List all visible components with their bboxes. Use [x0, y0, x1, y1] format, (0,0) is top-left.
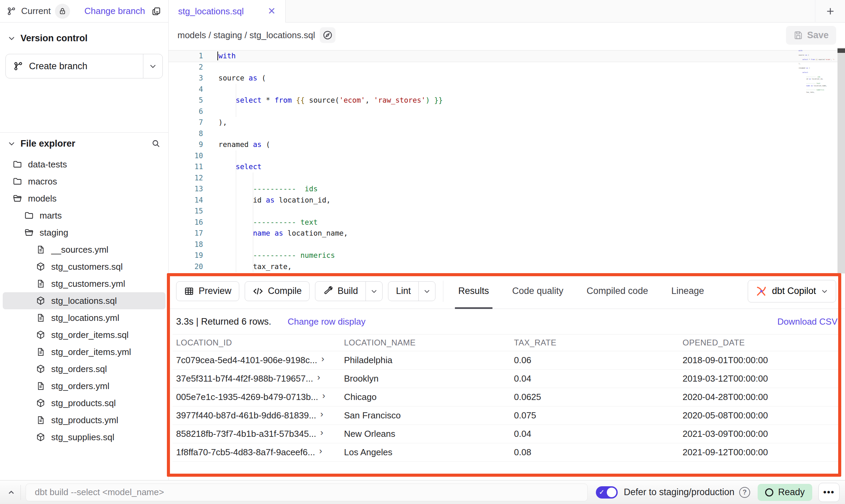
tab-code-quality[interactable]: Code quality — [509, 273, 567, 309]
tab-title: stg_locations.sql — [178, 6, 244, 17]
code-line-7[interactable]: 7), — [169, 117, 845, 128]
file-tree-item-staging[interactable]: staging — [3, 224, 166, 241]
more-options-button[interactable]: ••• — [818, 483, 840, 502]
file-tree-item-stg_products.yml[interactable]: stg_products.yml — [3, 412, 166, 429]
code-line-14[interactable]: 14 id as location_id, — [169, 195, 845, 206]
search-icon[interactable] — [151, 139, 161, 148]
status-bar: dbt build --select <model_name> ✓ Defer … — [0, 480, 845, 504]
code-text: name as location_name, — [218, 228, 348, 239]
expand-cell-icon[interactable]: › — [317, 372, 320, 383]
ready-status-badge[interactable]: Ready — [758, 484, 812, 501]
chevron-down-icon — [821, 287, 828, 295]
editor-scrollbar[interactable] — [837, 48, 845, 273]
tab-stg-locations[interactable]: stg_locations.sql ✕ — [169, 0, 286, 23]
close-icon[interactable]: ✕ — [268, 6, 275, 16]
document-icon — [35, 245, 46, 254]
lineage-compass-button[interactable] — [320, 27, 335, 43]
code-line-1[interactable]: 1with — [169, 50, 845, 62]
version-control-header[interactable]: Version control — [0, 27, 168, 49]
compile-action[interactable]: Compile — [245, 282, 309, 301]
dbt-copilot-button[interactable]: dbt Copilot — [748, 280, 836, 302]
code-line-4[interactable]: 4 — [169, 84, 845, 95]
line-number: 14 — [169, 195, 203, 206]
create-branch-dropdown[interactable] — [143, 54, 162, 78]
cell-location-id: 3977f440-b87d-461b-9dd6-81839...› — [173, 410, 341, 421]
code-line-18[interactable]: 18 — [169, 239, 845, 250]
sidebar: Current Change branch Version control — [0, 0, 169, 480]
copy-icon[interactable] — [151, 6, 161, 16]
code-line-2[interactable]: 2 — [169, 62, 845, 73]
code-line-8[interactable]: 8 — [169, 128, 845, 139]
git-branch-icon — [13, 61, 24, 71]
file-tree-item-macros[interactable]: macros — [3, 173, 166, 190]
file-tree-item-stg_supplies.sql[interactable]: stg_supplies.sql — [3, 429, 166, 446]
chevron-up-icon[interactable] — [5, 488, 17, 497]
expand-cell-icon[interactable]: › — [319, 446, 322, 456]
tab-compiled-code[interactable]: Compiled code — [583, 273, 651, 309]
file-tree-item-stg_customers.yml[interactable]: stg_customers.yml — [3, 275, 166, 292]
file-tree-item-__sources.yml[interactable]: __sources.yml — [3, 241, 166, 258]
preview-action[interactable]: Preview — [176, 282, 239, 301]
lint-action[interactable]: Lint — [388, 282, 418, 301]
code-line-6[interactable]: 6 — [169, 106, 845, 117]
tab-results[interactable]: Results — [455, 273, 492, 309]
line-number: 5 — [169, 95, 203, 106]
save-button[interactable]: Save — [786, 26, 836, 45]
file-tree-item-stg_orders.sql[interactable]: stg_orders.sql — [3, 360, 166, 377]
line-number: 18 — [169, 239, 203, 250]
cell-location-name: Chicago — [341, 392, 511, 402]
code-line-13[interactable]: 13 ---------- ids — [169, 183, 845, 195]
create-branch-main[interactable]: Create branch — [6, 54, 143, 78]
code-line-5[interactable]: 5 select * from {{ source('ecom', 'raw_s… — [169, 95, 845, 106]
create-branch-button: Create branch — [5, 54, 163, 78]
expand-cell-icon[interactable]: › — [322, 390, 325, 401]
new-tab-button[interactable] — [815, 0, 845, 23]
lint-dropdown[interactable] — [419, 282, 435, 301]
build-action[interactable]: Build — [315, 282, 366, 301]
line-number: 12 — [169, 173, 203, 184]
code-icon — [253, 286, 263, 297]
defer-toggle[interactable]: ✓ — [596, 486, 618, 499]
download-csv-link[interactable]: Download CSV — [777, 316, 837, 327]
code-line-15[interactable]: 15 — [169, 206, 845, 217]
file-tree-item-stg_orders.yml[interactable]: stg_orders.yml — [3, 377, 166, 395]
code-line-9[interactable]: 9renamed as ( — [169, 139, 845, 150]
results-toolbar: PreviewCompileBuildLint ResultsCode qual… — [169, 273, 845, 309]
command-input[interactable]: dbt build --select <model_name> — [26, 484, 588, 501]
file-explorer-header[interactable]: File explorer — [0, 133, 168, 154]
expand-cell-icon[interactable]: › — [320, 409, 324, 419]
file-tree-item-marts[interactable]: marts — [3, 207, 166, 224]
file-tree-item-data-tests[interactable]: data-tests — [3, 156, 166, 173]
file-tree-item-stg_customers.sql[interactable]: stg_customers.sql — [3, 258, 166, 275]
change-branch-link[interactable]: Change branch — [84, 6, 145, 16]
file-tree-item-stg_products.sql[interactable]: stg_products.sql — [3, 395, 166, 412]
code-line-20[interactable]: 20 tax_rate, — [169, 261, 845, 272]
lock-icon — [59, 8, 66, 15]
compile-button: Compile — [245, 281, 310, 301]
file-tree-item-stg_locations.sql[interactable]: stg_locations.sql — [3, 292, 166, 309]
expand-cell-icon[interactable]: › — [321, 354, 324, 364]
code-line-12[interactable]: 12 — [169, 173, 845, 184]
scrollbar-thumb[interactable] — [837, 48, 845, 53]
code-line-3[interactable]: 3source as ( — [169, 73, 845, 84]
help-icon[interactable]: ? — [739, 487, 750, 498]
code-editor[interactable]: 1with23source as (45 select * from {{ so… — [169, 48, 845, 273]
file-tree-item-models[interactable]: models — [3, 190, 166, 207]
file-tree-item-stg_locations.yml[interactable]: stg_locations.yml — [3, 309, 166, 326]
code-line-16[interactable]: 16 ---------- text — [169, 217, 845, 228]
file-name: stg_order_items.sql — [51, 330, 129, 340]
build-dropdown[interactable] — [366, 282, 382, 301]
code-line-11[interactable]: 11 select — [169, 161, 845, 173]
expand-cell-icon[interactable]: › — [320, 427, 324, 438]
code-line-19[interactable]: 19 ---------- numerics — [169, 250, 845, 261]
file-tree-item-stg_order_items.sql[interactable]: stg_order_items.sql — [3, 326, 166, 343]
tab-lineage[interactable]: Lineage — [668, 273, 707, 309]
cell-location-id: 858218fb-73f7-4b1b-a31f-57b345...› — [173, 429, 341, 439]
file-tree-item-stg_order_items.yml[interactable]: stg_order_items.yml — [3, 343, 166, 360]
table-row: 3977f440-b87d-461b-9dd6-81839...›San Fra… — [173, 406, 842, 425]
model-cube-icon — [35, 364, 46, 374]
code-line-17[interactable]: 17 name as location_name, — [169, 228, 845, 239]
save-label: Save — [807, 30, 829, 41]
code-line-10[interactable]: 10 — [169, 150, 845, 162]
change-row-display-link[interactable]: Change row display — [288, 316, 366, 327]
